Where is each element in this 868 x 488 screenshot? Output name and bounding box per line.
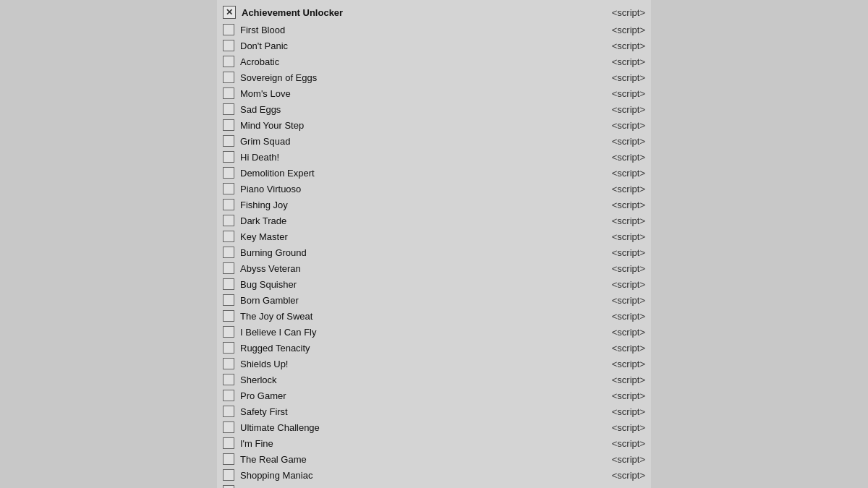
item-name: Action Supremacist	[240, 486, 582, 489]
item-script-label: <script>	[587, 422, 645, 433]
list-item: Ultimate Challenge<script>	[217, 419, 651, 435]
item-name: I'm Fine	[240, 438, 582, 449]
item-name: Rugged Tenacity	[240, 343, 582, 354]
item-name: Ultimate Challenge	[240, 422, 582, 433]
item-checkbox[interactable]	[223, 135, 234, 147]
list-item: Acrobatic<script>	[217, 53, 651, 69]
item-name: Mind Your Step	[240, 120, 582, 131]
list-item: I'm Fine<script>	[217, 435, 651, 451]
panel-title: Achievement Unlocker	[242, 7, 582, 18]
item-checkbox[interactable]	[223, 87, 234, 99]
item-name: Piano Virtuoso	[240, 184, 582, 194]
list-item: Sovereign of Eggs<script>	[217, 69, 651, 85]
item-name: Don't Panic	[240, 40, 582, 51]
item-name: Acrobatic	[240, 56, 582, 67]
list-item: I Believe I Can Fly<script>	[217, 324, 651, 340]
list-item: Safety First<script>	[217, 403, 651, 419]
item-checkbox[interactable]	[223, 231, 234, 242]
list-item: Grim Squad<script>	[217, 133, 651, 149]
item-name: Burning Ground	[240, 247, 582, 258]
item-script-label: <script>	[587, 359, 645, 369]
item-script-label: <script>	[587, 247, 645, 258]
item-checkbox[interactable]	[223, 103, 234, 115]
item-checkbox[interactable]	[223, 326, 234, 338]
item-script-label: <script>	[587, 279, 645, 290]
item-script-label: <script>	[587, 454, 645, 465]
item-checkbox[interactable]	[223, 72, 234, 83]
list-item: Burning Ground<script>	[217, 244, 651, 260]
item-name: Safety First	[240, 406, 582, 417]
item-checkbox[interactable]	[223, 421, 234, 433]
item-name: Mom's Love	[240, 88, 582, 99]
item-checkbox[interactable]	[223, 278, 234, 290]
item-name: Shields Up!	[240, 359, 582, 369]
item-name: First Blood	[240, 25, 582, 35]
item-checkbox[interactable]	[223, 358, 234, 369]
list-item: Sad Eggs<script>	[217, 101, 651, 117]
list-item: Hi Death!<script>	[217, 149, 651, 165]
list-item: Don't Panic<script>	[217, 38, 651, 53]
list-item: Pro Gamer<script>	[217, 388, 651, 403]
item-name: I Believe I Can Fly	[240, 327, 582, 338]
item-script-label: <script>	[587, 406, 645, 417]
item-checkbox[interactable]	[223, 247, 234, 258]
list-item: Fishing Joy<script>	[217, 197, 651, 213]
item-checkbox[interactable]	[223, 437, 234, 449]
list-item: Bug Squisher<script>	[217, 276, 651, 292]
item-checkbox[interactable]	[223, 374, 234, 385]
item-script-label: <script>	[587, 25, 645, 35]
item-name: Grim Squad	[240, 136, 582, 147]
item-checkbox[interactable]	[223, 390, 234, 401]
item-script-label: <script>	[587, 438, 645, 449]
item-script-label: <script>	[587, 486, 645, 489]
item-checkbox[interactable]	[223, 262, 234, 274]
item-checkbox[interactable]	[223, 485, 234, 488]
item-script-label: <script>	[587, 231, 645, 242]
item-script-label: <script>	[587, 470, 645, 481]
item-name: Pro Gamer	[240, 390, 582, 401]
list-item: The Real Game<script>	[217, 451, 651, 467]
item-script-label: <script>	[587, 104, 645, 115]
item-script-label: <script>	[587, 390, 645, 401]
item-checkbox[interactable]	[223, 119, 234, 131]
list-item: Action Supremacist<script>	[217, 483, 651, 488]
item-name: Dark Trade	[240, 215, 582, 226]
item-checkbox[interactable]	[223, 151, 234, 163]
list-item: Born Gambler<script>	[217, 292, 651, 308]
item-checkbox[interactable]	[223, 469, 234, 481]
header-script-label: <script>	[587, 7, 645, 18]
list-item: The Joy of Sweat<script>	[217, 308, 651, 324]
item-checkbox[interactable]	[223, 294, 234, 306]
item-script-label: <script>	[587, 311, 645, 322]
item-script-label: <script>	[587, 56, 645, 67]
item-name: Abyss Veteran	[240, 263, 582, 274]
achievements-list: First Blood<script>Don't Panic<script>Ac…	[217, 22, 651, 488]
item-checkbox[interactable]	[223, 183, 234, 194]
item-checkbox[interactable]	[223, 342, 234, 354]
item-script-label: <script>	[587, 343, 645, 354]
item-checkbox[interactable]	[223, 453, 234, 465]
select-all-checkbox[interactable]	[223, 6, 236, 19]
list-item: Sherlock<script>	[217, 372, 651, 388]
item-script-label: <script>	[587, 72, 645, 83]
item-checkbox[interactable]	[223, 40, 234, 51]
item-checkbox[interactable]	[223, 167, 234, 179]
list-item: Dark Trade<script>	[217, 213, 651, 228]
item-name: Born Gambler	[240, 295, 582, 306]
item-checkbox[interactable]	[223, 406, 234, 417]
item-checkbox[interactable]	[223, 310, 234, 322]
item-checkbox[interactable]	[223, 199, 234, 210]
list-item: Mom's Love<script>	[217, 85, 651, 101]
item-script-label: <script>	[587, 263, 645, 274]
item-checkbox[interactable]	[223, 215, 234, 226]
item-name: The Joy of Sweat	[240, 311, 582, 322]
item-checkbox[interactable]	[223, 24, 234, 35]
item-checkbox[interactable]	[223, 56, 234, 67]
item-script-label: <script>	[587, 40, 645, 51]
list-item: Shopping Maniac<script>	[217, 467, 651, 483]
item-name: Sherlock	[240, 374, 582, 385]
item-script-label: <script>	[587, 184, 645, 194]
item-script-label: <script>	[587, 295, 645, 306]
list-item: Rugged Tenacity<script>	[217, 340, 651, 356]
header-row: Achievement Unlocker <script>	[217, 3, 651, 22]
